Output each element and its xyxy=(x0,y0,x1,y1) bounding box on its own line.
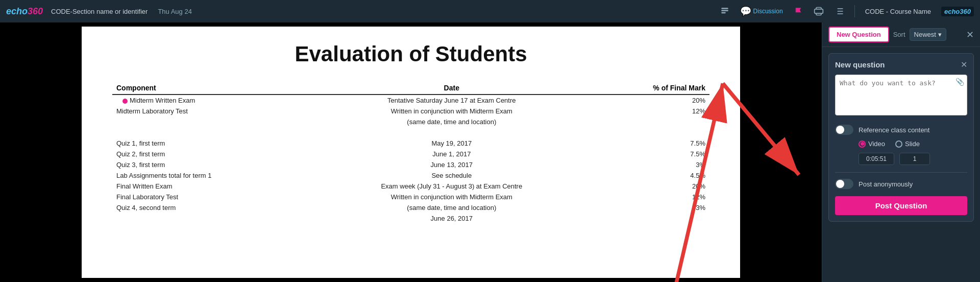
form-title: New question xyxy=(835,60,885,69)
col-component: Component xyxy=(112,82,309,95)
video-radio-circle xyxy=(859,140,866,148)
slide-number-input[interactable] xyxy=(899,153,930,165)
cell xyxy=(594,127,709,138)
cell: Quiz 3, first term xyxy=(112,159,309,170)
cell xyxy=(309,127,594,138)
table-row xyxy=(112,127,709,138)
cell: Midterm Laboratory Test xyxy=(112,106,309,116)
table-row: Midterm Written Exam Tentative Saturday … xyxy=(112,95,709,106)
flag-icon-btn[interactable] xyxy=(789,2,807,20)
reference-toggle-row: Reference class content xyxy=(835,125,967,135)
cell: 20% xyxy=(594,181,709,192)
post-question-button[interactable]: Post Question xyxy=(835,196,967,215)
echo-small-logo: echo360 xyxy=(941,7,974,16)
cell: (same date, time and location) xyxy=(309,202,594,213)
cell: June 13, 2017 xyxy=(309,159,594,170)
svg-rect-3 xyxy=(814,9,823,13)
cell xyxy=(594,116,709,127)
video-radio-label: Video xyxy=(868,140,885,148)
notes-icon-btn[interactable] xyxy=(716,2,734,20)
slide-radio-circle xyxy=(895,140,902,148)
cell: 7.5% xyxy=(594,138,709,149)
slide-content: Evaluation of Students Component Date % … xyxy=(82,27,740,278)
time-input-row xyxy=(835,153,967,165)
cell: Quiz 1, first term xyxy=(112,138,309,149)
cell: Exam week (July 31 - August 3) at Exam C… xyxy=(309,181,594,192)
logo: echo360 xyxy=(6,6,43,17)
question-textarea-wrapper: 📎 xyxy=(835,75,967,118)
toggle-thumb xyxy=(836,126,844,134)
cell: June 26, 2017 xyxy=(309,213,594,224)
sort-value: Newest xyxy=(914,31,936,38)
table-row: Lab Assignments total for term 1 See sch… xyxy=(112,170,709,181)
table-row: Final Laboratory Test Written in conjunc… xyxy=(112,192,709,202)
sort-dropdown[interactable]: Newest ▾ xyxy=(910,28,946,41)
sort-label: Sort xyxy=(893,31,905,38)
topbar-right: 💬 Discussion CODE - Course Name echo360 xyxy=(716,2,974,20)
cell: See schedule xyxy=(309,170,594,181)
form-header: New question ✕ xyxy=(835,60,967,69)
cell xyxy=(112,127,309,138)
panel-close-button[interactable]: ✕ xyxy=(966,29,974,40)
cell: (same date, time and location) xyxy=(309,116,594,127)
reference-label: Reference class content xyxy=(859,126,929,134)
cell: Final Written Exam xyxy=(112,181,309,192)
table-row: Quiz 3, first term June 13, 2017 3% xyxy=(112,159,709,170)
slide-title: Evaluation of Students xyxy=(112,42,709,66)
main-area: Evaluation of Students Component Date % … xyxy=(0,22,980,282)
panel-topbar: New Question Sort Newest ▾ ✕ xyxy=(822,22,980,47)
row-indicator xyxy=(122,99,128,104)
cell: 7.5% xyxy=(594,149,709,159)
cell: June 1, 2017 xyxy=(309,149,594,159)
cell: Lab Assignments total for term 1 xyxy=(112,170,309,181)
section-name: CODE-Section name or identifier xyxy=(51,8,148,15)
anon-toggle-thumb xyxy=(836,180,844,188)
cell: 12% xyxy=(594,106,709,116)
layers-icon-btn[interactable] xyxy=(810,2,828,20)
anon-label: Post anonymously xyxy=(859,180,913,188)
cell: Written in conjunction with Midterm Exam xyxy=(309,192,594,202)
divider xyxy=(854,5,855,17)
question-textarea[interactable] xyxy=(835,75,967,115)
reference-toggle[interactable] xyxy=(835,125,853,135)
table-row: Quiz 1, first term May 19, 2017 7.5% xyxy=(112,138,709,149)
slide-table: Component Date % of Final Mark Midterm W… xyxy=(112,82,709,224)
cell: 3% xyxy=(594,202,709,213)
cell xyxy=(112,213,309,224)
cell xyxy=(112,116,309,127)
table-row: June 26, 2017 xyxy=(112,213,709,224)
chevron-down-icon: ▾ xyxy=(938,31,942,38)
table-row: Quiz 2, first term June 1, 2017 7.5% xyxy=(112,149,709,159)
table-row: Midterm Laboratory Test Written in conju… xyxy=(112,106,709,116)
course-name: CODE - Course Name xyxy=(865,8,931,15)
table-row: Quiz 4, second term (same date, time and… xyxy=(112,202,709,213)
new-question-button[interactable]: New Question xyxy=(828,27,889,42)
cell: Quiz 4, second term xyxy=(112,202,309,213)
slide-radio-label: Slide xyxy=(905,140,920,148)
anon-toggle-row: Post anonymously xyxy=(835,179,967,189)
cell: Tentative Saturday June 17 at Exam Centr… xyxy=(309,95,594,106)
attachment-icon: 📎 xyxy=(955,78,964,86)
cell: 20% xyxy=(594,95,709,106)
slide-radio-item[interactable]: Slide xyxy=(895,140,920,148)
list-icon-btn[interactable] xyxy=(830,2,848,20)
cell: Midterm Written Exam xyxy=(112,95,309,106)
discussion-btn[interactable]: 💬 Discussion xyxy=(736,4,787,19)
video-time-input[interactable] xyxy=(859,153,894,165)
new-question-form: New question ✕ 📎 Reference class content… xyxy=(828,53,974,222)
right-panel: New Question Sort Newest ▾ ✕ New questio… xyxy=(822,22,980,282)
cell: 4.5% xyxy=(594,170,709,181)
slide-area: Evaluation of Students Component Date % … xyxy=(0,22,822,282)
table-row: Final Written Exam Exam week (July 31 - … xyxy=(112,181,709,192)
cell: Quiz 2, first term xyxy=(112,149,309,159)
form-close-button[interactable]: ✕ xyxy=(961,60,967,69)
video-radio-item[interactable]: Video xyxy=(859,140,885,148)
cell xyxy=(594,213,709,224)
anon-toggle[interactable] xyxy=(835,179,853,189)
svg-rect-2 xyxy=(721,12,725,14)
discussion-label: Discussion xyxy=(753,8,783,15)
table-row: (same date, time and location) xyxy=(112,116,709,127)
cell: 12% xyxy=(594,192,709,202)
topbar: echo360 CODE-Section name or identifier … xyxy=(0,0,980,22)
cell: Written in conjunction with Midterm Exam xyxy=(309,106,594,116)
